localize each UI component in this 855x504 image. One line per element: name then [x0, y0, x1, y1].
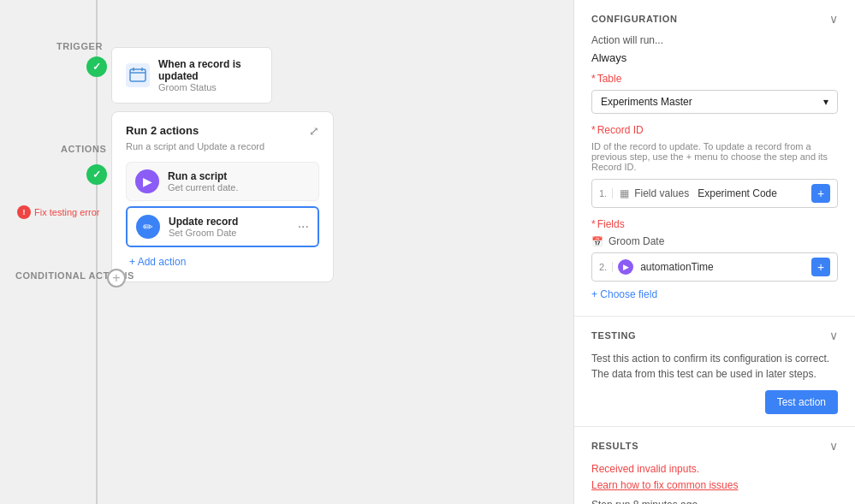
action2-dots[interactable]: ···: [298, 219, 309, 234]
action1-title: Run a script: [168, 170, 239, 182]
fix-error-label: Fix testing error: [34, 207, 99, 217]
action1-subtitle: Get current date.: [168, 182, 239, 193]
right-panel: CONFIGURATION ∨ Action will run... Alway…: [573, 0, 855, 504]
trigger-check-icon: ✓: [86, 56, 107, 77]
error-line1: Received invalid inputs.: [591, 461, 838, 477]
expand-icon[interactable]: ⤢: [309, 124, 319, 138]
config-title: CONFIGURATION: [591, 14, 678, 24]
table-label: *Table: [591, 73, 838, 85]
error-line2[interactable]: Learn how to fix common issues: [591, 477, 838, 494]
fix-error-badge: ! Fix testing error: [17, 205, 99, 219]
automation-num: 2.: [599, 262, 613, 272]
actions-box: Run 2 actions ⤢ Run a script and Update …: [111, 111, 334, 282]
test-action-button[interactable]: Test action: [765, 390, 838, 414]
experiment-code-value: Experiment Code: [698, 187, 777, 199]
automation-play-icon: ▶: [618, 259, 633, 275]
results-title: RESULTS: [591, 441, 638, 451]
record-id-hint: ID of the record to update. To update a …: [591, 141, 838, 172]
actions-box-title: Run 2 actions: [126, 124, 199, 137]
testing-chevron[interactable]: ∨: [829, 329, 838, 342]
config-chevron[interactable]: ∨: [829, 12, 838, 26]
record-id-num: 1.: [599, 188, 613, 199]
automation-plus-button[interactable]: +: [811, 258, 830, 276]
trigger-card-icon: [126, 62, 150, 88]
action-item-1[interactable]: ▶ Run a script Get current date.: [126, 162, 319, 201]
trigger-subtitle: Groom Status: [158, 82, 258, 92]
record-id-plus-button[interactable]: +: [811, 184, 830, 203]
automation-row[interactable]: 2. ▶ automationTime +: [591, 252, 838, 282]
update-record-icon: ✏: [136, 215, 160, 239]
error-circle-icon: !: [17, 205, 31, 219]
fields-label: *Fields: [591, 218, 838, 230]
action-will-run-value: Always: [591, 51, 838, 64]
trigger-section-label: TRIGGER: [56, 41, 103, 51]
field-values-label: Field values: [634, 187, 689, 199]
field-values-icon: ▦: [620, 187, 629, 199]
action-item-2[interactable]: ✏ Update record Set Groom Date ···: [126, 206, 319, 247]
action-will-run-label: Action will run...: [591, 34, 838, 46]
table-chevron-icon: ▾: [823, 96, 828, 108]
record-id-label: *Record ID: [591, 124, 838, 136]
trigger-card[interactable]: When a record is updated Groom Status: [111, 47, 272, 104]
action2-subtitle: Set Groom Date: [169, 228, 238, 238]
groom-date-label: Groom Date: [609, 235, 664, 247]
testing-section: TESTING ∨ Test this action to confirm it…: [574, 317, 855, 427]
results-chevron[interactable]: ∨: [829, 439, 838, 453]
add-action-button[interactable]: + Add action: [126, 254, 319, 270]
groom-date-field-label: 📅 Groom Date: [591, 235, 838, 247]
configuration-section: CONFIGURATION ∨ Action will run... Alway…: [574, 0, 855, 317]
step-ran-text: Step run 8 minutes ago.: [591, 499, 838, 504]
action1-text: Run a script Get current date.: [168, 170, 239, 193]
error-text: Received invalid inputs. Learn how to fi…: [591, 461, 838, 494]
table-dropdown[interactable]: Experiments Master ▾: [591, 90, 838, 114]
testing-title: TESTING: [591, 330, 636, 341]
conditional-add-button[interactable]: +: [107, 269, 126, 288]
svg-rect-0: [126, 63, 150, 87]
trigger-card-text: When a record is updated Groom Status: [158, 58, 258, 92]
action2-text: Update record Set Groom Date: [169, 216, 238, 238]
results-section: RESULTS ∨ Received invalid inputs. Learn…: [574, 427, 855, 504]
table-value: Experiments Master: [601, 96, 692, 108]
testing-desc: Test this action to confirm its configur…: [591, 351, 838, 382]
action2-title: Update record: [169, 216, 238, 228]
actions-section-label: ACTIONS: [61, 144, 106, 154]
actions-box-subtitle: Run a script and Update a record: [126, 141, 319, 151]
record-id-row[interactable]: 1. ▦ Field values Experiment Code +: [591, 179, 838, 208]
actions-check-icon: ✓: [86, 164, 107, 185]
automation-label: automationTime: [640, 261, 714, 273]
run-script-icon: ▶: [135, 169, 159, 193]
left-panel: TRIGGER ✓ When a record is updated Groom…: [0, 0, 573, 504]
calendar-icon: 📅: [591, 236, 603, 247]
trigger-title: When a record is updated: [158, 58, 258, 82]
choose-field-button[interactable]: + Choose field: [591, 288, 838, 300]
